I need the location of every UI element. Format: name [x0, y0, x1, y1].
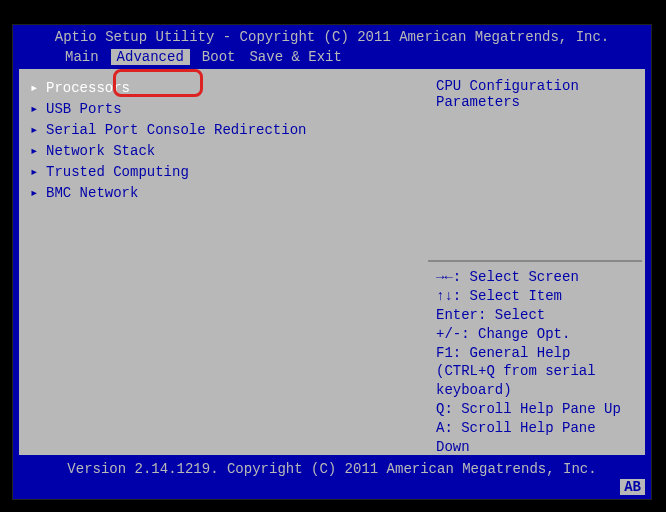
- help-line: Enter: Select: [436, 306, 634, 325]
- tab-main[interactable]: Main: [63, 49, 101, 65]
- submenu-arrow-icon: ▸: [30, 162, 40, 183]
- submenu-arrow-icon: ▸: [30, 141, 40, 162]
- submenu-arrow-icon: ▸: [30, 78, 40, 99]
- header: Aptio Setup Utility - Copyright (C) 2011…: [13, 25, 651, 69]
- corner-badge: AB: [620, 479, 645, 495]
- tab-save-exit[interactable]: Save & Exit: [247, 49, 343, 65]
- description-box: CPU Configuration Parameters: [428, 72, 642, 262]
- description-line: CPU Configuration: [436, 78, 634, 94]
- help-line: (CTRL+Q from serial: [436, 362, 634, 381]
- help-line: keyboard): [436, 381, 634, 400]
- tab-boot[interactable]: Boot: [200, 49, 238, 65]
- description-line: Parameters: [436, 94, 634, 110]
- help-line: Q: Scroll Help Pane Up: [436, 400, 634, 419]
- menu-item-serial-port[interactable]: ▸ Serial Port Console Redirection: [30, 120, 417, 141]
- tab-advanced[interactable]: Advanced: [111, 49, 190, 65]
- help-line: ↑↓: Select Item: [436, 287, 634, 306]
- menu-item-trusted-computing[interactable]: ▸ Trusted Computing: [30, 162, 417, 183]
- submenu-arrow-icon: ▸: [30, 99, 40, 120]
- menu-item-label: Serial Port Console Redirection: [46, 120, 306, 141]
- help-box: →←: Select Screen ↑↓: Select Item Enter:…: [428, 262, 642, 482]
- menu-item-label: USB Ports: [46, 99, 122, 120]
- header-title: Aptio Setup Utility - Copyright (C) 2011…: [23, 29, 641, 47]
- menu-item-network-stack[interactable]: ▸ Network Stack: [30, 141, 417, 162]
- menu-item-label: Processors: [46, 78, 130, 99]
- bios-window: Aptio Setup Utility - Copyright (C) 2011…: [12, 24, 652, 500]
- help-line: +/-: Change Opt.: [436, 325, 634, 344]
- menu-item-bmc-network[interactable]: ▸ BMC Network: [30, 183, 417, 204]
- submenu-arrow-icon: ▸: [30, 120, 40, 141]
- tabs-row: Main Advanced Boot Save & Exit: [23, 49, 641, 65]
- menu-item-label: BMC Network: [46, 183, 138, 204]
- menu-item-label: Network Stack: [46, 141, 155, 162]
- menu-pane: ▸ Processors ▸ USB Ports ▸ Serial Port C…: [22, 72, 428, 452]
- submenu-arrow-icon: ▸: [30, 183, 40, 204]
- right-pane: CPU Configuration Parameters →←: Select …: [428, 72, 642, 452]
- help-line: →←: Select Screen: [436, 268, 634, 287]
- menu-item-usb-ports[interactable]: ▸ USB Ports: [30, 99, 417, 120]
- main-area: ▸ Processors ▸ USB Ports ▸ Serial Port C…: [19, 69, 645, 455]
- menu-item-label: Trusted Computing: [46, 162, 189, 183]
- help-line: A: Scroll Help Pane Down: [436, 419, 634, 457]
- menu-item-processors[interactable]: ▸ Processors: [30, 78, 417, 99]
- help-line: F1: General Help: [436, 344, 634, 363]
